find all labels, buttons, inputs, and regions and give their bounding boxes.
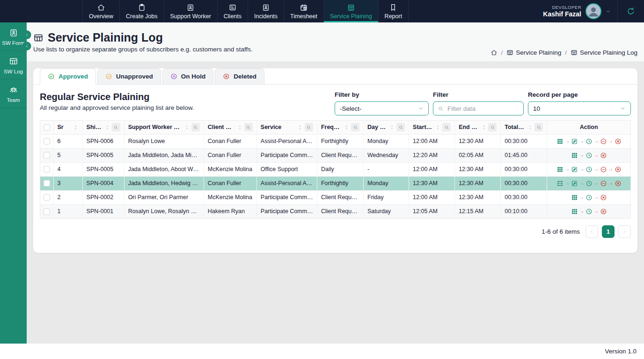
tab-deleted[interactable]: Deleted (215, 68, 264, 85)
minus-circle-icon[interactable] (600, 180, 607, 187)
badge-person-icon (186, 3, 195, 12)
tab-on-hold[interactable]: On Hold (162, 68, 214, 85)
breadcrumb-item-service-plaining[interactable]: Service Plaining (506, 49, 561, 56)
filter-by-select[interactable]: -Select- (335, 101, 429, 115)
sidebar-expand-button[interactable] (22, 30, 31, 39)
clock-icon[interactable] (585, 180, 593, 187)
avatar[interactable] (585, 3, 601, 19)
cell-sr: 6 (53, 134, 82, 148)
row-checkbox[interactable] (44, 180, 50, 187)
nav-item-create-jobs[interactable]: Create Jobs (119, 0, 163, 22)
clipboard-icon (138, 3, 146, 12)
pagination-prev-button[interactable] (585, 225, 598, 238)
cell-total-time: 00:10:00 (501, 204, 547, 218)
breadcrumb: /Service Plaining/Service Plaining Log (490, 49, 637, 56)
cell-service: Participate Community (256, 204, 317, 218)
view-grid-icon[interactable] (571, 194, 578, 201)
record-per-page-select[interactable]: 10 (528, 101, 631, 115)
cell-checkbox (40, 162, 53, 176)
close-circle-icon[interactable] (615, 180, 622, 187)
sidebar-collapse-button[interactable] (22, 42, 31, 50)
caret-sort-icon[interactable] (104, 124, 110, 130)
view-grid-icon[interactable] (556, 180, 564, 187)
clock-icon[interactable] (585, 208, 593, 215)
close-circle-icon[interactable] (600, 152, 607, 159)
caret-sort-icon[interactable] (481, 124, 487, 130)
nav-item-clients[interactable]: Clients (217, 0, 248, 22)
view-grid-icon[interactable] (571, 208, 578, 215)
caret-sort-icon[interactable] (297, 124, 303, 130)
tab-unapproved[interactable]: Unapproved (97, 68, 161, 85)
column-search-button[interactable] (112, 123, 120, 131)
clock-icon[interactable] (585, 138, 593, 145)
chevron-right-icon (24, 33, 29, 37)
clock-icon[interactable] (585, 152, 593, 159)
clock-icon[interactable] (585, 166, 593, 173)
column-search-button[interactable] (534, 123, 543, 131)
bookmark-icon (389, 3, 397, 12)
topbar: OverviewCreate JobsSupport WorkerClients… (0, 0, 644, 22)
cell-client-name: McKenzie Molina (204, 190, 256, 204)
breadcrumb-home[interactable] (490, 49, 498, 56)
caret-sort-icon[interactable] (435, 124, 441, 130)
row-checkbox[interactable] (44, 194, 50, 201)
nav-item-support-worker[interactable]: Support Worker (164, 0, 217, 22)
caret-sort-icon[interactable] (527, 124, 533, 130)
caret-sort-icon[interactable] (73, 124, 79, 130)
tab-approved[interactable]: Approved (40, 68, 96, 85)
caret-sort-icon[interactable] (389, 124, 395, 130)
column-header-sr: Sr (53, 121, 82, 134)
cell-shift-no: SPN-0005 (82, 148, 124, 162)
nav-item-incidents[interactable]: Incidents (248, 0, 284, 22)
breadcrumb-label: Service Plaining Log (580, 49, 637, 56)
nav-item-overview[interactable]: Overview (82, 0, 119, 22)
row-checkbox[interactable] (44, 208, 50, 215)
edit-icon[interactable] (571, 180, 578, 187)
sidebar-item-team[interactable]: Team (0, 79, 27, 108)
table-wrap: SrShift No.Support Worker & PartnerClien… (40, 120, 631, 219)
minus-circle-icon[interactable] (600, 166, 607, 173)
cell-end-time: 12:30 AM (455, 190, 501, 204)
cell-day-date: Saturday (364, 204, 409, 218)
minus-circle-icon[interactable] (600, 138, 607, 145)
cell-frequency: Forthightly (317, 134, 363, 148)
close-circle-icon[interactable] (615, 138, 622, 145)
caret-sort-icon[interactable] (237, 124, 243, 130)
filter-input[interactable] (446, 105, 519, 113)
clock-icon[interactable] (585, 194, 593, 201)
pagination-next-button[interactable] (618, 225, 631, 238)
view-grid-icon[interactable] (556, 166, 564, 173)
column-search-button[interactable] (305, 123, 313, 131)
nav-item-report[interactable]: Report (378, 0, 409, 22)
column-search-button[interactable] (244, 123, 253, 131)
close-circle-icon[interactable] (600, 208, 607, 215)
column-search-button[interactable] (191, 123, 200, 131)
nav-item-service-plaining[interactable]: Service Plaining (323, 0, 378, 22)
view-grid-icon[interactable] (556, 138, 564, 145)
breadcrumb-item-service-plaining-log[interactable]: Service Plaining Log (571, 49, 637, 56)
search-icon (113, 125, 118, 130)
cell-support-worker-partner: Jada Middleton, Aboot Westen (124, 162, 204, 176)
view-grid-icon[interactable] (571, 152, 578, 159)
caret-sort-icon[interactable] (344, 124, 350, 130)
edit-icon[interactable] (571, 138, 578, 145)
column-search-button[interactable] (351, 123, 359, 131)
user-menu[interactable]: DEVSLOPER Kashif Fazal (536, 3, 617, 19)
column-search-button[interactable] (488, 123, 497, 131)
close-circle-icon[interactable] (600, 194, 607, 201)
refresh-icon[interactable] (626, 7, 636, 16)
select-all-checkbox[interactable] (44, 124, 50, 131)
row-checkbox[interactable] (44, 152, 50, 158)
pagination-page-button[interactable]: 1 (602, 225, 615, 238)
column-search-button[interactable] (442, 123, 451, 131)
edit-icon[interactable] (571, 166, 578, 173)
sidebar-item-sw-log[interactable]: SW Log (0, 51, 27, 79)
row-checkbox[interactable] (44, 138, 50, 144)
row-checkbox[interactable] (44, 166, 50, 172)
caret-sort-icon[interactable] (184, 124, 190, 130)
column-search-button[interactable] (396, 123, 405, 131)
action-arrow: → (565, 167, 570, 172)
card-body: Regular Service Plaining All regular and… (33, 85, 637, 253)
close-circle-icon[interactable] (615, 166, 622, 173)
nav-item-timesheet[interactable]: Timesheet (284, 0, 323, 22)
